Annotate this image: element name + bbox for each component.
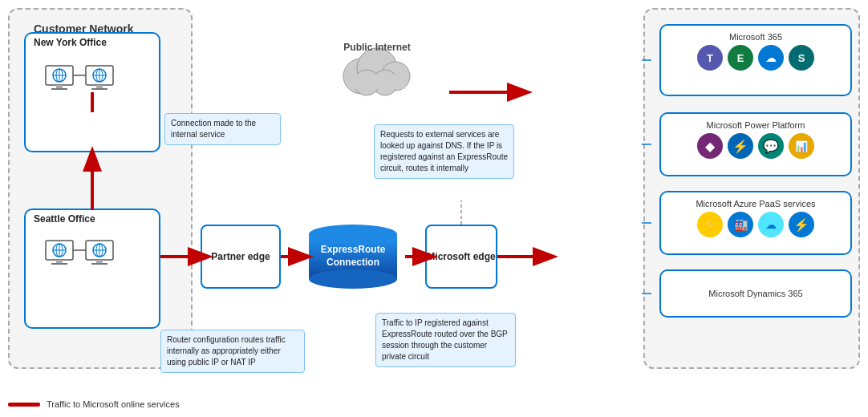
azure-bolt-icon: ⚡ xyxy=(697,212,723,237)
ms365-icons: T E ☁ S xyxy=(667,45,844,71)
seattle-computers xyxy=(42,233,146,306)
sharepoint-icon: S xyxy=(789,45,814,71)
expressroute-label-container: ExpressRoute Connection xyxy=(301,225,405,289)
legend: Traffic to Microsoft online services xyxy=(8,399,180,409)
legend-label: Traffic to Microsoft online services xyxy=(47,399,180,409)
dynamics-label: Microsoft Dynamics 365 xyxy=(708,289,802,298)
azure-icons: ⚡ 🏭 ☁ ⚡ xyxy=(667,212,844,237)
ny-computers-svg xyxy=(42,58,146,130)
callout-connection-made: Connection made to the internal service xyxy=(164,113,281,145)
svg-rect-5 xyxy=(56,85,63,88)
svg-rect-38 xyxy=(349,75,405,89)
ms365-content: Microsoft 365 T E ☁ S xyxy=(661,26,850,77)
dynamics-box: Microsoft Dynamics 365 xyxy=(659,269,852,318)
power-platform-box: Microsoft Power Platform ◆ ⚡ 💬 📊 xyxy=(659,112,852,176)
ms-edge-label: Microsoft edge xyxy=(427,251,495,262)
azure-content: Microsoft Azure PaaS services ⚡ 🏭 ☁ ⚡ xyxy=(661,192,850,244)
ny-computers xyxy=(42,58,146,132)
edge-icon: E xyxy=(728,45,753,71)
public-internet-container: Public Internet xyxy=(321,24,433,112)
azure-title: Microsoft Azure PaaS services xyxy=(667,199,844,208)
callout-requests-external: Requests to external services are looked… xyxy=(374,124,514,179)
expressroute-label: ExpressRoute Connection xyxy=(301,244,405,269)
power-title: Microsoft Power Platform xyxy=(667,120,844,130)
teams-icon: T xyxy=(697,45,723,71)
power-icons: ◆ ⚡ 💬 📊 xyxy=(667,133,844,159)
azure-cloud-icon: ☁ xyxy=(758,212,784,237)
svg-rect-13 xyxy=(96,85,103,88)
ms-edge-box: Microsoft edge xyxy=(425,225,497,289)
svg-rect-6 xyxy=(51,88,67,90)
onedrive-icon: ☁ xyxy=(758,45,784,71)
power-content: Microsoft Power Platform ◆ ⚡ 💬 📊 xyxy=(661,114,850,165)
power-apps-icon: ◆ xyxy=(697,133,723,159)
callout-traffic-ip: Traffic to IP registered against Express… xyxy=(375,313,516,367)
svg-rect-21 xyxy=(51,263,67,265)
svg-rect-14 xyxy=(91,88,107,90)
svg-rect-29 xyxy=(91,263,107,265)
partner-edge-label: Partner edge xyxy=(211,251,270,262)
ms365-box: Microsoft 365 T E ☁ S xyxy=(659,24,852,96)
seattle-office-label: Seattle Office xyxy=(34,213,95,225)
power-bi-icon: 📊 xyxy=(789,133,814,159)
power-virtual-agents-icon: 💬 xyxy=(758,133,784,159)
power-automate-icon: ⚡ xyxy=(728,133,753,159)
azure-paas-box: Microsoft Azure PaaS services ⚡ 🏭 ☁ ⚡ xyxy=(659,191,852,255)
public-internet-label: Public Internet xyxy=(343,42,410,55)
ms365-title: Microsoft 365 xyxy=(667,32,844,42)
azure-factory-icon: 🏭 xyxy=(728,212,753,237)
seattle-computers-svg xyxy=(42,233,146,305)
legend-line xyxy=(8,403,40,407)
partner-edge-box: Partner edge xyxy=(201,225,281,289)
ny-office-label: New York Office xyxy=(34,37,107,48)
svg-rect-28 xyxy=(96,260,103,263)
callout-router-config: Router configuration routes traffic inte… xyxy=(160,330,305,373)
diagram-container: Customer Network Microsoft Network New Y… xyxy=(0,0,868,417)
svg-rect-20 xyxy=(56,260,63,263)
azure-bolt2-icon: ⚡ xyxy=(789,212,814,237)
